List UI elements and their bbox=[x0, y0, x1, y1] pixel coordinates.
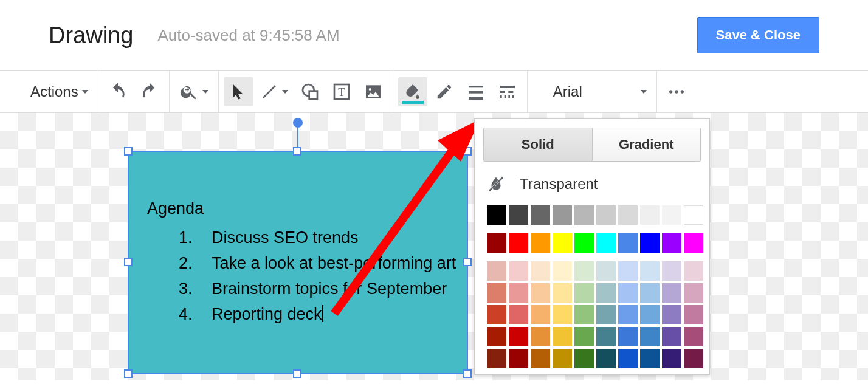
color-swatch[interactable] bbox=[684, 261, 703, 281]
color-swatch[interactable] bbox=[684, 233, 703, 253]
color-swatch[interactable] bbox=[662, 349, 681, 368]
shape-tool[interactable] bbox=[295, 77, 325, 106]
redo-button[interactable] bbox=[135, 77, 164, 106]
color-swatch[interactable] bbox=[487, 205, 506, 225]
color-swatch[interactable] bbox=[487, 327, 506, 346]
color-swatch[interactable] bbox=[531, 305, 550, 324]
resize-handle-tl[interactable] bbox=[124, 147, 133, 156]
color-swatch[interactable] bbox=[684, 205, 703, 225]
color-swatch[interactable] bbox=[662, 305, 681, 324]
shape-text-content[interactable]: Agenda Discuss SEO trends Take a look at… bbox=[147, 196, 456, 327]
color-swatch[interactable] bbox=[684, 349, 703, 368]
color-swatch[interactable] bbox=[553, 305, 572, 324]
color-swatch[interactable] bbox=[596, 305, 616, 324]
color-swatch[interactable] bbox=[574, 261, 594, 281]
color-swatch[interactable] bbox=[509, 349, 528, 368]
color-swatch[interactable] bbox=[640, 349, 660, 368]
color-swatch[interactable] bbox=[531, 327, 550, 346]
color-swatch[interactable] bbox=[531, 205, 550, 225]
color-swatch[interactable] bbox=[640, 327, 660, 346]
color-swatch[interactable] bbox=[618, 305, 638, 324]
drawing-canvas[interactable]: Agenda Discuss SEO trends Take a look at… bbox=[0, 113, 868, 380]
color-swatch[interactable] bbox=[509, 233, 528, 253]
color-swatch[interactable] bbox=[553, 233, 572, 253]
color-swatch[interactable] bbox=[531, 283, 550, 303]
color-swatch[interactable] bbox=[662, 327, 681, 346]
select-tool[interactable] bbox=[224, 77, 253, 106]
line-tool[interactable] bbox=[255, 77, 293, 106]
border-dash-button[interactable] bbox=[493, 77, 522, 106]
resize-handle-mr[interactable] bbox=[463, 258, 472, 266]
color-swatch[interactable] bbox=[662, 261, 681, 281]
color-swatch[interactable] bbox=[487, 283, 506, 303]
color-swatch[interactable] bbox=[553, 261, 572, 281]
resize-handle-bl[interactable] bbox=[124, 369, 133, 378]
color-swatch[interactable] bbox=[662, 233, 681, 253]
color-swatch[interactable] bbox=[684, 283, 703, 303]
color-swatch[interactable] bbox=[596, 261, 616, 281]
color-swatch[interactable] bbox=[596, 205, 616, 225]
color-swatch[interactable] bbox=[574, 327, 594, 346]
selected-textbox-shape[interactable]: Agenda Discuss SEO trends Take a look at… bbox=[128, 151, 468, 374]
undo-button[interactable] bbox=[103, 77, 133, 106]
color-swatch[interactable] bbox=[640, 233, 660, 253]
resize-handle-ml[interactable] bbox=[124, 258, 133, 266]
resize-handle-tr[interactable] bbox=[463, 147, 472, 156]
zoom-button[interactable] bbox=[174, 77, 213, 106]
color-swatch[interactable] bbox=[640, 205, 660, 225]
color-swatch[interactable] bbox=[553, 283, 572, 303]
resize-handle-br[interactable] bbox=[463, 369, 472, 378]
color-swatch[interactable] bbox=[596, 283, 616, 303]
color-swatch[interactable] bbox=[574, 305, 594, 324]
color-swatch[interactable] bbox=[531, 233, 550, 253]
color-swatch[interactable] bbox=[618, 327, 638, 346]
fill-color-button[interactable] bbox=[398, 77, 427, 106]
color-swatch[interactable] bbox=[662, 283, 681, 303]
color-swatch[interactable] bbox=[574, 233, 594, 253]
color-swatch[interactable] bbox=[618, 261, 638, 281]
transparent-option[interactable]: Transparent bbox=[487, 175, 697, 193]
color-swatch[interactable] bbox=[618, 205, 638, 225]
color-swatch[interactable] bbox=[487, 233, 506, 253]
resize-handle-tc[interactable] bbox=[293, 147, 301, 156]
color-swatch[interactable] bbox=[487, 349, 506, 368]
color-swatch[interactable] bbox=[618, 349, 638, 368]
color-swatch[interactable] bbox=[596, 349, 616, 368]
color-swatch[interactable] bbox=[574, 349, 594, 368]
more-options-button[interactable] bbox=[662, 77, 691, 106]
color-swatch[interactable] bbox=[684, 305, 703, 324]
color-swatch[interactable] bbox=[509, 283, 528, 303]
color-swatch[interactable] bbox=[640, 261, 660, 281]
font-family-dropdown[interactable]: Arial bbox=[532, 77, 652, 106]
border-color-button[interactable] bbox=[430, 77, 459, 106]
rotation-handle[interactable] bbox=[293, 118, 303, 128]
color-swatch[interactable] bbox=[487, 305, 506, 324]
color-swatch[interactable] bbox=[553, 349, 572, 368]
color-swatch[interactable] bbox=[596, 327, 616, 346]
border-weight-button[interactable] bbox=[461, 77, 491, 106]
color-swatch[interactable] bbox=[553, 327, 572, 346]
color-swatch[interactable] bbox=[640, 305, 660, 324]
tab-solid[interactable]: Solid bbox=[484, 128, 592, 161]
color-swatch[interactable] bbox=[574, 205, 594, 225]
color-swatch[interactable] bbox=[531, 349, 550, 368]
color-swatch[interactable] bbox=[618, 283, 638, 303]
color-swatch[interactable] bbox=[684, 327, 703, 346]
color-swatch[interactable] bbox=[509, 205, 528, 225]
color-swatch[interactable] bbox=[574, 283, 594, 303]
color-swatch[interactable] bbox=[509, 305, 528, 324]
color-swatch[interactable] bbox=[618, 233, 638, 253]
tab-gradient[interactable]: Gradient bbox=[592, 128, 701, 161]
color-swatch[interactable] bbox=[531, 261, 550, 281]
color-swatch[interactable] bbox=[640, 283, 660, 303]
image-tool[interactable] bbox=[359, 77, 388, 106]
actions-menu[interactable]: Actions bbox=[7, 77, 93, 106]
color-swatch[interactable] bbox=[553, 205, 572, 225]
textbox-tool[interactable]: T bbox=[327, 77, 356, 106]
color-swatch[interactable] bbox=[509, 327, 528, 346]
color-swatch[interactable] bbox=[596, 233, 616, 253]
resize-handle-bc[interactable] bbox=[293, 369, 301, 378]
color-swatch[interactable] bbox=[487, 261, 506, 281]
color-swatch[interactable] bbox=[662, 205, 681, 225]
save-and-close-button[interactable]: Save & Close bbox=[697, 17, 819, 53]
